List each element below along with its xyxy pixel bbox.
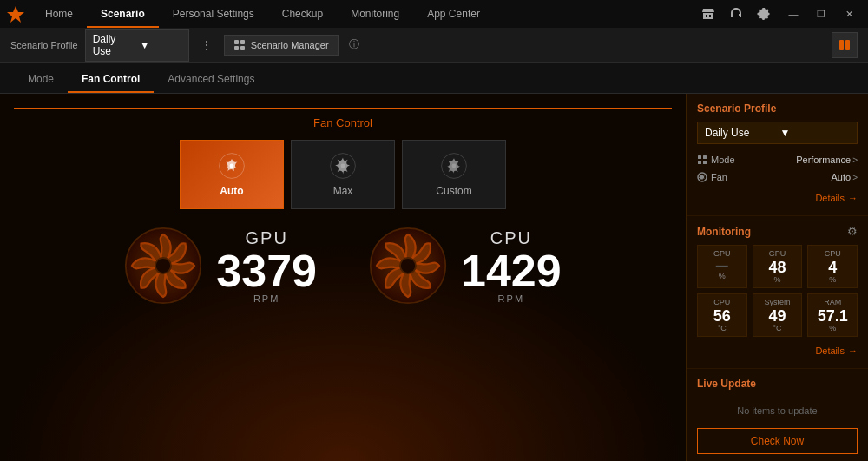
fan-mode-cards: A Auto Max [14, 140, 672, 209]
svg-rect-19 [703, 155, 707, 159]
store-icon[interactable] [698, 3, 719, 24]
nav-tab-home[interactable]: Home [31, 0, 87, 28]
rp-live-update: Live Update No items to update Check Now… [687, 369, 868, 461]
fan-mode-max[interactable]: Max [291, 140, 395, 209]
max-fan-icon [329, 152, 357, 180]
svg-text:A: A [230, 163, 234, 169]
info-icon[interactable]: ⓘ [345, 36, 363, 54]
headset-icon[interactable] [726, 3, 746, 24]
svg-rect-6 [845, 40, 850, 50]
close-button[interactable]: ✕ [837, 5, 861, 23]
check-now-button[interactable]: Check Now [697, 428, 858, 454]
auto-card-label: Auto [220, 185, 243, 197]
monitor-gpu-load: GPU 48 % [753, 245, 803, 288]
cpu-rpm-value: 1429 [461, 248, 562, 293]
max-card-label: Max [333, 185, 353, 197]
rp-scenario-profile-header: Scenario Profile [697, 102, 858, 115]
mode-arrow-icon: > [852, 155, 858, 165]
window-controls: — ❐ ✕ [781, 5, 861, 23]
custom-fan-icon [440, 152, 468, 180]
scenario-manager-button[interactable]: Scenario Manager [224, 35, 339, 56]
right-panel: Scenario Profile Daily Use ▼ Mode P [686, 94, 868, 461]
svg-point-11 [341, 164, 345, 168]
gpu-fan-spinner [124, 227, 202, 305]
cpu-rpm-info: CPU 1429 RPM [461, 228, 562, 304]
rp-fan-row: Fan Auto > [697, 168, 858, 186]
left-panel: Fan Control A Auto [0, 94, 686, 461]
rp-live-update-header: Live Update [697, 378, 858, 390]
cpu-fan-block: CPU 1429 RPM [369, 227, 562, 305]
mode-icon [697, 155, 707, 165]
fan-mode-custom[interactable]: Custom [402, 140, 506, 209]
titlebar-icons [698, 3, 774, 24]
main-content: Fan Control A Auto [0, 94, 868, 461]
rp-mode-row: Mode Performance > [697, 151, 858, 168]
svg-point-15 [155, 258, 171, 273]
auto-fan-icon: A [218, 152, 246, 180]
fan-control-title: Fan Control [14, 108, 672, 129]
svg-rect-1 [234, 40, 239, 44]
monitor-ram: RAM 57.1 % [807, 293, 858, 337]
rp-live-update-details-link[interactable]: Details → [697, 458, 858, 461]
svg-point-13 [452, 164, 457, 168]
nav-tab-app-center[interactable]: App Center [413, 0, 494, 28]
gpu-fan-block: GPU 3379 RPM [124, 227, 317, 305]
subheader: Scenario Profile Daily Use ▼ ⋮ Scenario … [0, 28, 868, 63]
expand-panel-button[interactable] [832, 32, 858, 58]
monitor-gpu-percent: GPU — % [697, 245, 747, 288]
tab-fan-control[interactable]: Fan Control [68, 65, 154, 93]
monitoring-grid: GPU — % GPU 48 % CPU 4 % CPU 56 [697, 245, 858, 337]
nav-tab-scenario[interactable]: Scenario [87, 0, 159, 28]
more-options-button[interactable]: ⋮ [196, 35, 217, 56]
dropdown-arrow-icon: ▼ [140, 39, 181, 51]
rp-dropdown-arrow-icon: ▼ [780, 127, 851, 139]
svg-rect-2 [240, 40, 245, 44]
svg-rect-5 [839, 40, 844, 50]
scenario-manager-icon [233, 39, 246, 51]
rp-scenario-profile: Scenario Profile Daily Use ▼ Mode P [687, 94, 868, 216]
gpu-rpm-value: 3379 [216, 248, 317, 293]
rpm-section: GPU 3379 RPM [14, 227, 672, 305]
rp-monitoring-title: Monitoring [697, 226, 751, 238]
gpu-rpm-info: GPU 3379 RPM [216, 228, 317, 304]
panel-toggle-icon [838, 39, 851, 51]
nav-tab-monitoring[interactable]: Monitoring [337, 0, 413, 28]
tab-bar: Mode Fan Control Advanced Settings [0, 63, 868, 94]
monitoring-settings-icon[interactable]: ⚙ [847, 225, 858, 238]
tab-mode[interactable]: Mode [14, 65, 68, 93]
scenario-profile-label: Scenario Profile [10, 40, 78, 50]
cpu-fan-visual [369, 227, 447, 305]
fan-row-icon [697, 172, 707, 182]
cpu-fan-spinner [369, 227, 447, 305]
app-logo [7, 5, 24, 23]
settings-icon[interactable] [753, 3, 774, 24]
svg-point-17 [400, 258, 416, 273]
tab-advanced-settings[interactable]: Advanced Settings [154, 65, 268, 93]
rp-scenario-details-link[interactable]: Details → [697, 189, 858, 207]
nav-tab-checkup[interactable]: Checkup [268, 0, 337, 28]
svg-rect-4 [240, 46, 245, 50]
rp-scenario-profile-title: Scenario Profile [697, 102, 776, 115]
monitoring-details-arrow-icon: → [848, 346, 858, 356]
details-arrow-icon: → [848, 193, 858, 203]
minimize-button[interactable]: — [781, 5, 806, 23]
svg-rect-3 [234, 46, 239, 50]
gpu-fan-visual [124, 227, 202, 305]
monitor-cpu-temp: CPU 56 °C [697, 293, 747, 337]
custom-card-label: Custom [436, 185, 471, 197]
titlebar: Home Scenario Personal Settings Checkup … [0, 0, 868, 28]
maximize-button[interactable]: ❐ [809, 5, 833, 23]
svg-rect-20 [698, 161, 701, 164]
fan-arrow-icon: > [852, 173, 858, 182]
no-update-text: No items to update [697, 397, 858, 425]
nav-tab-personal-settings[interactable]: Personal Settings [159, 0, 268, 28]
rp-profile-dropdown[interactable]: Daily Use ▼ [697, 122, 858, 144]
svg-rect-18 [698, 155, 701, 159]
logo-icon [7, 5, 24, 23]
scenario-profile-dropdown[interactable]: Daily Use ▼ [85, 29, 189, 62]
svg-rect-21 [703, 161, 707, 164]
svg-marker-0 [7, 6, 24, 23]
monitor-system-temp: System 49 °C [753, 293, 803, 337]
fan-mode-auto[interactable]: A Auto [180, 140, 284, 209]
rp-monitoring-details-link[interactable]: Details → [697, 342, 858, 359]
